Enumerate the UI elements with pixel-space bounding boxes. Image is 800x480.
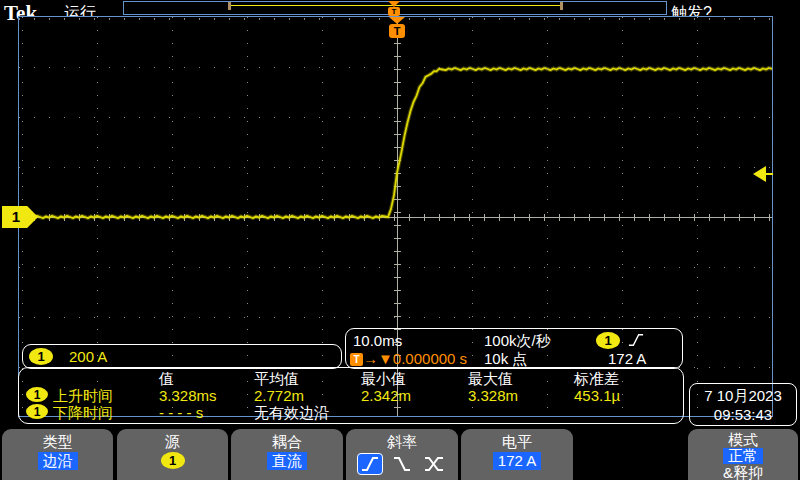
menu-coupling-label: 耦合 [272, 433, 302, 450]
gridline-horizontal [19, 167, 772, 168]
trigger-level-arrow-icon[interactable] [753, 166, 773, 182]
meas1-stddev: 453.1µ [574, 387, 620, 404]
menu-mode-value: 正常 [723, 448, 763, 464]
menu-mode-label: 模式 [728, 431, 758, 448]
acquisition-rate: 100k次/秒 [484, 332, 551, 351]
meas1-value: 3.328ms [159, 387, 217, 404]
gridline-horizontal [19, 67, 772, 68]
horizontal-axis-ticks [19, 214, 772, 221]
menu-coupling-value: 直流 [267, 452, 307, 470]
meas1-name: 上升时间 [53, 387, 113, 404]
oscilloscope-screen: { "header": { "brand": "Tek", "acq_statu… [0, 0, 800, 480]
col-header-mean: 平均值 [254, 370, 299, 387]
menu-type-value: 边沿 [38, 452, 78, 470]
menu-button-mode[interactable]: 模式 正常 &释抑 [688, 429, 798, 480]
record-window-right-bracket [560, 2, 563, 10]
gridline-vertical [772, 17, 773, 416]
meas2-note: 无有效边沿 [254, 404, 329, 421]
meas2-source-badge: 1 [26, 404, 48, 419]
menu-slope-label: 斜率 [387, 433, 417, 450]
meas2-value: - - - - s [159, 404, 203, 421]
menu-level-value: 172 A [493, 452, 541, 470]
either-edge-icon[interactable] [421, 454, 447, 474]
col-header-stddev: 标准差 [574, 370, 619, 387]
trigger-flag-icon[interactable]: T [388, 17, 406, 38]
col-header-value: 值 [159, 370, 174, 387]
menu-button-coupling[interactable]: 耦合 直流 [231, 429, 343, 480]
menu-button-source[interactable]: 源 1 [117, 429, 228, 480]
record-view-bar: T [123, 1, 667, 15]
trigger-source-badge: 1 [596, 332, 620, 349]
col-header-max: 最大值 [468, 370, 513, 387]
menu-button-slope[interactable]: 斜率 [346, 429, 458, 480]
channel-readout-box: 1 200 A [22, 344, 342, 369]
col-header-min: 最小值 [361, 370, 406, 387]
horizontal-readout-box: 10.0ms 100k次/秒 1 T→▼0.000000 s 10k 点 172… [345, 328, 683, 369]
measurement-table: 值 平均值 最小值 最大值 标准差 1 上升时间 3.328ms 2.772m … [18, 367, 684, 424]
menu-source-badge: 1 [161, 452, 185, 469]
menu-level-label: 电平 [502, 433, 532, 450]
menu-button-type[interactable]: 类型 边沿 [2, 429, 113, 480]
trigger-position-readout: T→▼0.000000 s [350, 350, 467, 367]
meas1-max: 3.328m [468, 387, 518, 404]
menu-button-level[interactable]: 电平 172 A [461, 429, 573, 480]
time-label: 09:53:43 [690, 405, 796, 424]
datetime-box: 7 10月2023 09:53:43 [689, 383, 797, 426]
gridline-horizontal [19, 267, 772, 268]
channel-badge: 1 [29, 348, 53, 365]
record-window-left-bracket [228, 2, 231, 10]
trigger-slope-icon [628, 332, 644, 351]
date-label: 7 10月2023 [690, 386, 796, 405]
menu-mode-suffix: &释抑 [723, 464, 763, 480]
gridline-horizontal [19, 317, 772, 318]
gridline-vertical [697, 17, 698, 416]
meas1-min: 2.342m [361, 387, 411, 404]
trigger-t-icon: T [350, 353, 363, 366]
timebase-scale: 10.0ms [353, 332, 402, 349]
meas1-source-badge: 1 [26, 387, 48, 402]
rising-edge-icon[interactable] [357, 453, 383, 475]
trigger-level-readout: 172 A [608, 350, 646, 367]
meas2-name: 下降时间 [53, 404, 113, 421]
falling-edge-icon[interactable] [390, 454, 414, 474]
meas1-mean: 2.772m [254, 387, 304, 404]
menu-source-label: 源 [165, 433, 180, 450]
channel-scale: 200 A [69, 348, 107, 365]
gridline-horizontal [19, 117, 772, 118]
trigger-position-icon[interactable]: T [386, 1, 402, 16]
menu-type-label: 类型 [43, 433, 73, 450]
